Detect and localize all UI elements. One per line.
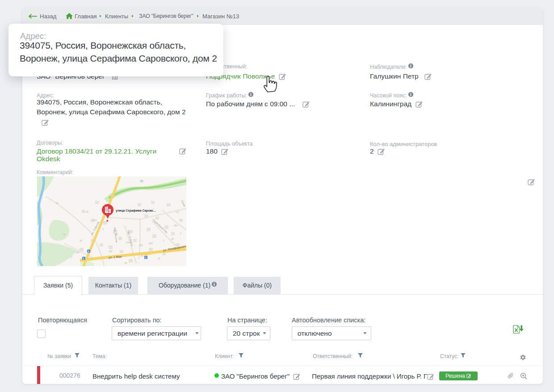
svg-text:25А: 25А [149,242,153,245]
svg-text:38: 38 [56,202,59,204]
svg-text:2: 2 [180,232,181,235]
svg-text:19: 19 [86,210,88,213]
svg-text:улица Серафима Саровс...: улица Серафима Саровс... [116,209,156,213]
svg-text:105: 105 [109,250,113,253]
svg-text:39: 39 [158,257,160,260]
svg-text:103: 103 [93,219,97,221]
svg-text:10А: 10А [126,241,130,244]
svg-text:40: 40 [125,262,127,264]
svg-text:4: 4 [102,228,104,230]
svg-text:1А: 1А [115,233,118,236]
svg-text:38: 38 [140,179,143,182]
svg-text:28: 28 [80,239,82,242]
svg-text:28А: 28А [139,244,143,246]
svg-text:28А: 28А [76,251,80,254]
svg-text:39: 39 [171,238,174,240]
svg-text:38: 38 [141,254,143,257]
svg-text:28А: 28А [174,224,178,227]
svg-text:2: 2 [163,239,164,242]
svg-text:19: 19 [63,233,66,236]
